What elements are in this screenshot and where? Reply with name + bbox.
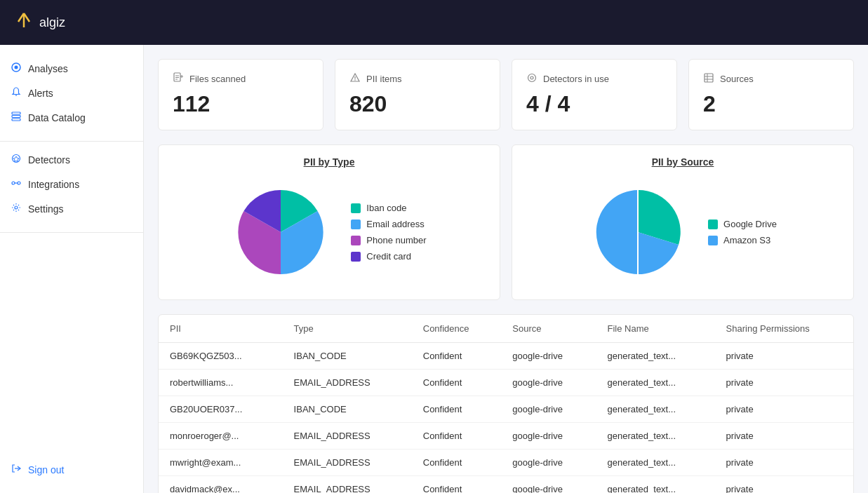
legend-iban-dot	[351, 203, 361, 213]
svg-rect-25	[705, 74, 713, 82]
table-row[interactable]: mwright@exam...EMAIL_ADDRESSConfidentgoo…	[159, 450, 853, 476]
table-cell-2: Confident	[412, 476, 502, 494]
legend-email-label: Email address	[366, 219, 424, 229]
svg-point-13	[15, 206, 18, 209]
sidebar-item-detectors[interactable]: Detectors	[0, 147, 143, 172]
stat-files-scanned-value: 112	[173, 91, 309, 117]
stat-files-scanned-header: Files scanned	[173, 72, 309, 86]
stat-pii-items: PII items 820	[335, 59, 500, 130]
legend-iban: Iban code	[351, 203, 426, 213]
sidebar-item-analyses-label: Analyses	[28, 63, 68, 74]
pii-data-table: PII Type Confidence Source File Name Sha…	[159, 315, 853, 493]
logo-icon	[14, 11, 34, 34]
table-header-row: PII Type Confidence Source File Name Sha…	[159, 315, 853, 343]
legend-credit: Credit card	[351, 251, 426, 262]
stat-detectors-value: 4 / 4	[526, 91, 662, 117]
sidebar-nav-section: Analyses Alerts Data Catalog	[0, 56, 143, 130]
table-cell-0: mwright@exam...	[159, 450, 283, 476]
legend-phone-label: Phone number	[366, 235, 426, 245]
col-pii: PII	[159, 315, 283, 343]
stat-detectors-in-use: Detectors in use 4 / 4	[512, 59, 677, 130]
table-cell-2: Confident	[412, 450, 502, 476]
table-cell-3: google-drive	[501, 476, 596, 494]
files-scanned-icon	[173, 72, 184, 86]
table-cell-0: davidmack@ex...	[159, 476, 283, 494]
table-cell-0: GB69KQGZ503...	[159, 343, 283, 370]
table-row[interactable]: GB69KQGZ503...IBAN_CODEConfidentgoogle-d…	[159, 343, 853, 370]
sidebar-item-analyses[interactable]: Analyses	[0, 56, 143, 81]
table-cell-5: private	[715, 396, 853, 423]
pii-by-type-legend: Iban code Email address Phone number	[351, 203, 426, 262]
pii-by-type-chart: PII by Type	[158, 144, 500, 300]
legend-credit-label: Credit card	[366, 251, 411, 262]
table-body: GB69KQGZ503...IBAN_CODEConfidentgoogle-d…	[159, 343, 853, 494]
table-cell-5: private	[715, 370, 853, 396]
legend-s3-dot	[708, 236, 718, 245]
svg-rect-8	[12, 119, 20, 121]
stat-detectors-header: Detectors in use	[526, 72, 662, 86]
table-cell-5: private	[715, 476, 853, 494]
pii-by-source-title: PII by Source	[523, 156, 842, 168]
table-cell-4: generated_text...	[596, 343, 715, 370]
table-cell-0: monroeroger@...	[159, 423, 283, 450]
stat-sources-label: Sources	[720, 74, 754, 84]
table-cell-2: Confident	[412, 423, 502, 450]
svg-point-22	[354, 79, 356, 81]
top-bar: algiz	[0, 0, 868, 45]
pii-items-icon	[349, 72, 361, 86]
stat-pii-items-header: PII items	[349, 72, 486, 86]
table-cell-3: google-drive	[501, 396, 596, 423]
main-content: Files scanned 112 PII items 820	[144, 45, 868, 493]
table-cell-3: google-drive	[501, 423, 596, 450]
stat-sources-header: Sources	[703, 72, 839, 86]
legend-iban-label: Iban code	[366, 203, 406, 213]
sidebar-item-integrations[interactable]: Integrations	[0, 172, 143, 196]
svg-point-24	[530, 76, 533, 79]
table-cell-4: generated_text...	[596, 423, 715, 450]
analyses-icon	[11, 62, 21, 74]
sidebar-section-tools: Detectors Integrations Settings	[0, 147, 143, 221]
sidebar-item-settings[interactable]: Settings	[0, 196, 143, 221]
pii-by-type-pie	[232, 183, 330, 281]
sign-out-button[interactable]: Sign out	[0, 457, 143, 482]
detectors-icon	[11, 154, 21, 166]
table-cell-2: Confident	[412, 396, 502, 423]
stat-pii-items-value: 820	[349, 91, 486, 117]
legend-s3: Amazon S3	[708, 235, 777, 245]
sidebar-item-detectors-label: Detectors	[28, 154, 70, 166]
svg-point-4	[15, 66, 18, 69]
pii-by-source-chart: PII by Source Google Drive	[512, 144, 854, 300]
table-cell-5: private	[715, 423, 853, 450]
legend-phone: Phone number	[351, 235, 426, 245]
sidebar-divider	[0, 141, 143, 142]
legend-credit-dot	[351, 252, 361, 262]
sign-out-label: Sign out	[28, 464, 64, 475]
data-catalog-icon	[11, 112, 21, 123]
table-row[interactable]: robertwilliams...EMAIL_ADDRESSConfidentg…	[159, 370, 853, 396]
sidebar-item-data-catalog[interactable]: Data Catalog	[0, 105, 143, 130]
integrations-icon	[11, 178, 21, 190]
col-source: Source	[501, 315, 596, 343]
table-cell-4: generated_text...	[596, 396, 715, 423]
table-cell-4: generated_text...	[596, 450, 715, 476]
table-row[interactable]: davidmack@ex...EMAIL_ADDRESSConfidentgoo…	[159, 476, 853, 494]
pii-by-source-legend: Google Drive Amazon S3	[708, 219, 777, 245]
stat-sources-value: 2	[703, 91, 839, 117]
sidebar-item-alerts[interactable]: Alerts	[0, 81, 143, 105]
table-cell-3: google-drive	[501, 343, 596, 370]
table-cell-1: IBAN_CODE	[283, 343, 412, 370]
pii-by-type-content: Iban code Email address Phone number	[170, 176, 488, 288]
alerts-icon	[11, 87, 21, 99]
table-row[interactable]: GB20UOER037...IBAN_CODEConfidentgoogle-d…	[159, 396, 853, 423]
legend-email: Email address	[351, 219, 426, 229]
legend-phone-dot	[351, 236, 361, 245]
sidebar-divider-2	[0, 232, 143, 233]
table-row[interactable]: monroeroger@...EMAIL_ADDRESSConfidentgoo…	[159, 423, 853, 450]
logo-area: algiz	[14, 11, 65, 34]
sidebar-item-settings-label: Settings	[28, 203, 64, 215]
table-cell-5: private	[715, 450, 853, 476]
stat-pii-items-label: PII items	[366, 74, 402, 84]
col-filename: File Name	[596, 315, 715, 343]
pii-by-source-content: Google Drive Amazon S3	[523, 176, 842, 288]
sidebar: Analyses Alerts Data Catalog D	[0, 45, 144, 493]
